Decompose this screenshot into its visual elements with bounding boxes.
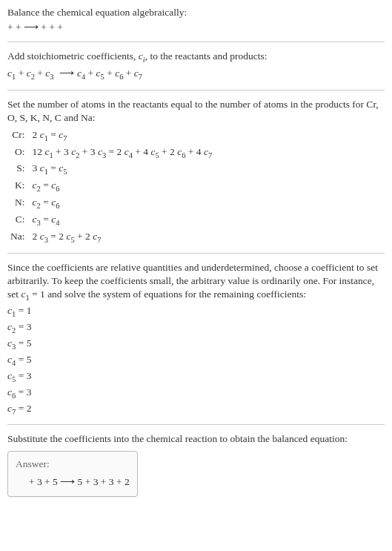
divider	[7, 424, 385, 425]
choose-text: Since the coefficients are relative quan…	[7, 261, 385, 303]
atom-element: N:	[10, 196, 25, 211]
atom-element: Na:	[10, 230, 25, 245]
stoich-equation: c1 + c2 + c3 ⟶ c4 + c5 + c6 + c7	[7, 67, 385, 82]
divider	[7, 42, 385, 42]
atom-element: K:	[10, 179, 25, 194]
solution-row: c1 = 1	[7, 304, 385, 320]
stoich-text: Add stoichiometric coefficients, ci, to …	[7, 50, 385, 65]
atom-element: O:	[10, 145, 25, 161]
atom-equation: 2 c1 = c7	[33, 128, 385, 144]
answer-box: Answer: + 3 + 5 ⟶ 5 + 3 + 3 + 2	[7, 451, 138, 497]
divider	[7, 253, 385, 254]
atom-element: Cr:	[10, 128, 25, 144]
atom-element: C:	[10, 213, 25, 228]
atom-equation: 2 c3 = 2 c5 + 2 c7	[33, 230, 385, 245]
atoms-table: Cr:2 c1 = c7O:12 c1 + 3 c2 + 3 c3 = 2 c4…	[10, 128, 385, 245]
atom-equation: c2 = c6	[33, 196, 385, 211]
stoich-text-a: Add stoichiometric coefficients,	[7, 50, 139, 62]
solution-row: c7 = 2	[7, 402, 385, 418]
solution-row: c3 = 5	[7, 337, 385, 352]
solution-row: c2 = 3	[7, 320, 385, 336]
atom-equation: 3 c1 = c5	[33, 162, 385, 177]
stoich-text-b: , to the reactants and products:	[145, 50, 268, 62]
atom-element: S:	[10, 162, 25, 177]
solutions-list: c1 = 1c2 = 3c3 = 5c4 = 5c5 = 3c6 = 3c7 =…	[7, 304, 385, 417]
subst-text: Substitute the coefficients into the che…	[7, 432, 385, 446]
intro-line1: Balance the chemical equation algebraica…	[7, 6, 385, 19]
answer-equation: + 3 + 5 ⟶ 5 + 3 + 3 + 2	[16, 475, 130, 489]
solution-row: c5 = 3	[7, 369, 385, 385]
solution-row: c4 = 5	[7, 353, 385, 369]
atom-equation: c2 = c6	[33, 179, 385, 194]
answer-label: Answer:	[16, 458, 130, 471]
atoms-text: Set the number of atoms in the reactants…	[7, 98, 385, 125]
divider	[7, 90, 385, 90]
solution-row: c6 = 3	[7, 386, 385, 401]
atom-equation: 12 c1 + 3 c2 + 3 c3 = 2 c4 + 4 c5 + 2 c6…	[33, 145, 385, 161]
atom-equation: c3 = c4	[33, 213, 385, 228]
choose-text-b: = 1 and solve the system of equations fo…	[30, 288, 306, 300]
intro-reaction: + + ⟶ + + +	[7, 21, 385, 34]
